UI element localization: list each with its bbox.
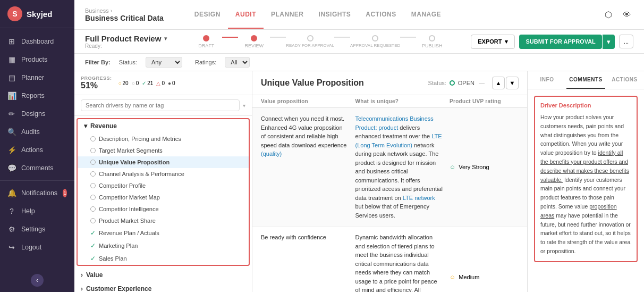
search-dropdown-icon: ▾ — [243, 103, 245, 109]
tab-audit[interactable]: AUDIT — [228, 1, 264, 29]
revenue-group-container: ▾ Revenue Description, Pricing and Metri… — [77, 118, 250, 266]
top-nav: Business › Business Critical Data DESIGN… — [74, 0, 644, 30]
rating-label: Medium — [459, 274, 479, 280]
driver-group-value[interactable]: › Value — [74, 268, 252, 282]
submit-btn-group: SUBMIT FOR APPROVAL ▾ — [519, 35, 614, 49]
settings-icon: ⚙ — [7, 225, 16, 233]
driver-competitor-map[interactable]: Competitor Market Map — [78, 191, 249, 203]
sidebar-item-label: Audits — [21, 128, 40, 136]
search-input[interactable] — [81, 99, 240, 111]
prog-open-count: ○ 20 — [118, 80, 129, 86]
planner-icon: ▤ — [7, 73, 16, 82]
tab-comments[interactable]: COMMENTS — [566, 71, 605, 89]
view-button[interactable]: 👁 — [621, 8, 633, 22]
step-publish-label: PUBLISH — [422, 43, 443, 48]
filter-bar: Filter By: Status: Any Open Closed Ratin… — [74, 54, 644, 71]
rating-strong-icon: ☺ — [450, 164, 455, 170]
right-panel: INFO COMMENTS ACTIONS Driver Description… — [527, 71, 644, 292]
tab-manage[interactable]: MANAGE — [404, 1, 448, 29]
step-approval: APPROVAL REQUESTED — [350, 35, 400, 48]
tab-actions[interactable]: ACTIONS — [605, 71, 644, 89]
sidebar-item-label: Comments — [21, 164, 53, 172]
sidebar-item-notifications[interactable]: 🔔 Notifications 1 — [0, 184, 74, 202]
review-title: Full Product Review — [85, 34, 161, 43]
right-panel-content: Driver Description How your product solv… — [528, 89, 644, 292]
cell-rating-2: ☺ Medium — [450, 233, 519, 292]
driver-marketing-plan[interactable]: ✓ Marketing Plan — [78, 239, 249, 252]
tab-actions[interactable]: ACTIONS — [358, 1, 404, 29]
tab-planner[interactable]: PLANNER — [264, 1, 311, 29]
driver-circle-icon — [90, 160, 96, 165]
tab-insights[interactable]: INSIGHTS — [311, 1, 359, 29]
driver-sales-plan[interactable]: ✓ Sales Plan — [78, 252, 249, 265]
sidebar-item-help[interactable]: ? Help — [0, 202, 74, 220]
step-ready-circle — [307, 35, 313, 41]
step-approval-label: APPROVAL REQUESTED — [350, 43, 400, 48]
driver-target-market[interactable]: Target Market Segments — [78, 145, 249, 156]
driver-unique-value[interactable]: Unique Value Proposition — [78, 156, 249, 168]
help-icon: ? — [7, 207, 16, 215]
submit-approval-button[interactable]: SUBMIT FOR APPROVAL — [519, 35, 601, 49]
driver-description-text: How your product solves your customers n… — [540, 113, 631, 256]
chevron-down-icon: ▾ — [84, 122, 87, 130]
step-ready: READY FOR APPROVAL — [286, 35, 334, 48]
driver-group-revenue[interactable]: ▾ Revenue — [78, 119, 249, 133]
tab-design[interactable]: DESIGN — [187, 1, 228, 29]
comments-icon: 💬 — [7, 164, 16, 172]
review-dropdown-button[interactable]: ▾ — [164, 35, 167, 42]
breadcrumb-current: Business Critical Data — [85, 14, 164, 22]
driver-product-market-share[interactable]: Product Market Share — [78, 215, 249, 227]
check-icon: ✓ — [90, 255, 96, 262]
export-button[interactable]: EXPORT ▾ — [471, 35, 515, 49]
app-logo[interactable]: S Skyjed — [0, 0, 74, 28]
rating-label: Very Strong — [459, 164, 489, 170]
breadcrumb: Business › Business Critical Data — [85, 7, 164, 22]
left-panel: PROGRESS: 51% ○ 20 ○ 0 ✓ 21 — [74, 71, 252, 292]
driver-competitor-profile[interactable]: Competitor Profile — [78, 180, 249, 191]
status-value: OPEN — [458, 80, 474, 86]
cell-value-prop-2: Be ready with confidence — [261, 233, 349, 292]
sub-header: Full Product Review ▾ Ready: DRAFT REVIE… — [74, 30, 644, 54]
sidebar-item-designs[interactable]: ✏ Designs — [0, 105, 74, 123]
table-row: Connect when you need it most. Enhanced … — [252, 108, 527, 227]
sidebar-item-settings[interactable]: ⚙ Settings — [0, 220, 74, 238]
step-publish-circle — [429, 35, 435, 41]
driver-description-pricing[interactable]: Description, Pricing and Metrics — [78, 133, 249, 145]
driver-circle-icon — [90, 183, 96, 188]
cell-unique-1: Telecommunications Business Product: pro… — [355, 114, 444, 220]
driver-revenue-plan[interactable]: ✓ Revenue Plan / Actuals — [78, 227, 249, 239]
check-icon: ✓ — [90, 229, 96, 237]
tab-info[interactable]: INFO — [528, 71, 566, 89]
nav-down-button[interactable]: ▼ — [506, 77, 519, 89]
sidebar-item-logout[interactable]: ↪ Logout — [0, 238, 74, 256]
step-review-label: REVIEW — [244, 43, 264, 48]
sidebar-item-reports[interactable]: 📊 Reports — [0, 87, 74, 105]
progress-section: PROGRESS: 51% ○ 20 ○ 0 ✓ 21 — [74, 71, 252, 95]
sidebar-item-products[interactable]: ▦ Products — [0, 51, 74, 69]
filter-ratings-select[interactable]: All — [225, 57, 250, 68]
sidebar-item-label: Dashboard — [21, 38, 54, 45]
status-dropdown-button[interactable]: — — [478, 80, 486, 86]
more-options-button[interactable]: ... — [619, 35, 633, 48]
sidebar-item-audits[interactable]: 🔍 Audits — [0, 123, 74, 141]
driver-circle-icon — [90, 148, 96, 153]
filter-status-select[interactable]: Any Open Closed — [146, 57, 182, 68]
submit-dropdown-button[interactable]: ▾ — [603, 35, 615, 49]
sidebar-collapse-button[interactable]: ‹ — [31, 274, 44, 287]
top-nav-actions: ⬡ 👁 — [603, 7, 633, 22]
driver-group-cx[interactable]: › Customer Experience — [74, 282, 252, 292]
sidebar-item-comments[interactable]: 💬 Comments — [0, 159, 74, 177]
review-title-container: Full Product Review ▾ Ready: — [85, 34, 167, 49]
designs-icon: ✏ — [7, 110, 16, 118]
nav-up-button[interactable]: ▲ — [492, 77, 505, 89]
share-button[interactable]: ⬡ — [603, 7, 614, 22]
group-cx-label: Customer Experience — [86, 285, 151, 292]
driver-competitor-intel[interactable]: Competitor Intelligence — [78, 203, 249, 215]
sidebar-item-label: Reports — [21, 92, 45, 99]
sidebar-item-planner[interactable]: ▤ Planner — [0, 69, 74, 87]
sidebar-item-label: Actions — [21, 146, 43, 154]
driver-channel-analysis[interactable]: Channel Analysis & Performance — [78, 168, 249, 180]
sidebar-item-actions[interactable]: ⚡ Actions — [0, 141, 74, 159]
sidebar-item-dashboard[interactable]: ⊞ Dashboard — [0, 32, 74, 51]
step-draft-label: DRAFT — [198, 43, 214, 48]
